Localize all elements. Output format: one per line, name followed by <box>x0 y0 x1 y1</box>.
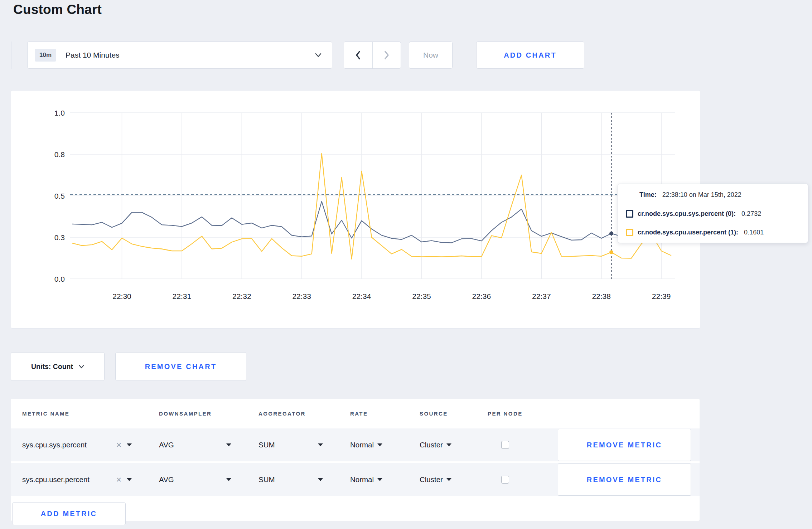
tooltip-series-row: cr.node.sys.cpu.user.percent (1): 0.1601 <box>626 229 799 236</box>
metric-name-value: sys.cpu.user.percent <box>22 475 90 484</box>
add-metric-button[interactable]: ADD METRIC <box>12 502 126 525</box>
source-value: Cluster <box>420 475 443 484</box>
dropdown-caret-icon <box>446 443 451 446</box>
x-tick-label: 22:36 <box>472 292 491 300</box>
dropdown-caret-icon <box>446 478 451 481</box>
aggregator-value: SUM <box>258 475 275 484</box>
time-range-badge: 10m <box>35 49 56 62</box>
dropdown-caret-icon[interactable] <box>226 478 231 481</box>
metric-name-value: sys.cpu.sys.percent <box>22 441 87 449</box>
per-node-checkbox[interactable] <box>501 441 509 449</box>
col-header-aggregator: AGGREGATOR <box>247 411 339 417</box>
tooltip-series-row: cr.node.sys.cpu.sys.percent (0): 0.2732 <box>626 210 799 218</box>
remove-metric-button[interactable]: REMOVE METRIC <box>558 464 691 496</box>
tooltip-series-name: cr.node.sys.cpu.sys.percent (0): <box>638 210 736 218</box>
downsampler-value: AVG <box>159 475 174 484</box>
col-header-per-node: PER NODE <box>476 411 537 417</box>
chart-tooltip: Time: 22:38:10 on Mar 15th, 2022 cr.node… <box>618 184 808 243</box>
tooltip-time-row: Time: 22:38:10 on Mar 15th, 2022 <box>639 191 799 199</box>
tooltip-series-value: 0.2732 <box>741 210 761 218</box>
units-label: Units: Count <box>31 363 73 371</box>
dropdown-caret-icon[interactable] <box>127 443 132 446</box>
chevron-down-icon <box>79 365 84 369</box>
col-header-downsampler: DOWNSAMPLER <box>148 411 247 417</box>
dropdown-caret-icon[interactable] <box>226 443 231 446</box>
dropdown-caret-icon <box>377 478 382 481</box>
x-tick-label: 22:31 <box>173 292 192 300</box>
x-tick-label: 22:34 <box>352 292 371 300</box>
chevron-down-icon <box>315 53 322 58</box>
remove-chart-button[interactable]: REMOVE CHART <box>115 352 246 381</box>
y-tick-label: 0.5 <box>54 192 65 200</box>
tooltip-series-value: 0.1601 <box>744 229 764 236</box>
downsampler-value: AVG <box>159 441 174 449</box>
time-pager <box>344 42 401 69</box>
units-dropdown[interactable]: Units: Count <box>11 352 105 381</box>
dropdown-caret-icon[interactable] <box>127 478 132 481</box>
chevron-left-icon <box>355 50 361 60</box>
source-dropdown[interactable]: Cluster <box>408 475 476 484</box>
metrics-table-header: METRIC NAME DOWNSAMPLER AGGREGATOR RATE … <box>11 399 700 428</box>
y-tick-label: 0.3 <box>54 233 65 242</box>
toolbar-divider <box>11 42 11 69</box>
table-row: sys.cpu.user.percent ✕ AVG SUM Normal Cl… <box>11 463 700 496</box>
dropdown-caret-icon[interactable] <box>318 478 323 481</box>
source-value: Cluster <box>420 441 443 449</box>
remove-metric-button[interactable]: REMOVE METRIC <box>558 429 691 461</box>
x-tick-label: 22:37 <box>532 292 551 300</box>
col-header-metric-name: METRIC NAME <box>11 411 148 417</box>
rate-value: Normal <box>350 441 374 449</box>
x-tick-label: 22:32 <box>232 292 251 300</box>
tooltip-series-name: cr.node.sys.cpu.user.percent (1): <box>638 229 738 236</box>
chevron-right-icon <box>383 50 390 60</box>
per-node-checkbox[interactable] <box>501 476 509 484</box>
time-range-label: Past 10 Minutes <box>66 51 120 59</box>
prev-range-button[interactable] <box>344 42 373 68</box>
page-title: Custom Chart <box>13 2 102 17</box>
x-tick-label: 22:35 <box>412 292 431 300</box>
sys-series-swatch-icon <box>626 210 633 218</box>
dropdown-caret-icon <box>377 443 382 446</box>
source-dropdown[interactable]: Cluster <box>408 441 476 449</box>
series-line <box>72 154 671 259</box>
metrics-table: METRIC NAME DOWNSAMPLER AGGREGATOR RATE … <box>11 399 700 521</box>
x-tick-label: 22:38 <box>592 292 611 300</box>
custom-chart-page: Custom Chart 10m Past 10 Minutes Now ADD… <box>0 0 812 529</box>
chart-controls-row: Units: Count REMOVE CHART <box>11 352 246 381</box>
aggregator-value: SUM <box>258 441 275 449</box>
now-button[interactable]: Now <box>409 42 453 69</box>
x-tick-label: 22:39 <box>652 292 671 300</box>
time-range-dropdown[interactable]: 10m Past 10 Minutes <box>27 42 332 69</box>
hover-point-dot <box>609 232 613 236</box>
col-header-source: SOURCE <box>408 411 476 417</box>
rate-value: Normal <box>350 475 374 484</box>
chart-card: 0.00.30.50.81.022:3022:3122:3222:3322:34… <box>11 90 700 329</box>
hover-point-dot <box>609 250 613 254</box>
x-tick-label: 22:33 <box>292 292 311 300</box>
y-tick-label: 1.0 <box>54 109 65 117</box>
dropdown-caret-icon[interactable] <box>318 443 323 446</box>
rate-dropdown[interactable]: Normal <box>339 441 408 449</box>
col-header-rate: RATE <box>339 411 408 417</box>
add-chart-button[interactable]: ADD CHART <box>476 42 584 69</box>
y-tick-label: 0.8 <box>54 150 65 159</box>
table-row: sys.cpu.sys.percent ✕ AVG SUM Normal Clu… <box>11 428 700 461</box>
tooltip-time-label: Time: <box>639 191 657 199</box>
toolbar: 10m Past 10 Minutes Now ADD CHART <box>11 42 584 69</box>
chart-canvas[interactable]: 0.00.30.50.81.022:3022:3122:3222:3322:34… <box>11 91 700 328</box>
user-series-swatch-icon <box>626 229 633 236</box>
next-range-button[interactable] <box>373 42 401 68</box>
x-tick-label: 22:30 <box>112 292 131 300</box>
y-tick-label: 0.0 <box>54 275 65 283</box>
clear-metric-icon[interactable]: ✕ <box>116 441 122 449</box>
rate-dropdown[interactable]: Normal <box>339 475 408 484</box>
clear-metric-icon[interactable]: ✕ <box>116 476 122 484</box>
tooltip-time-value: 22:38:10 on Mar 15th, 2022 <box>662 191 741 199</box>
